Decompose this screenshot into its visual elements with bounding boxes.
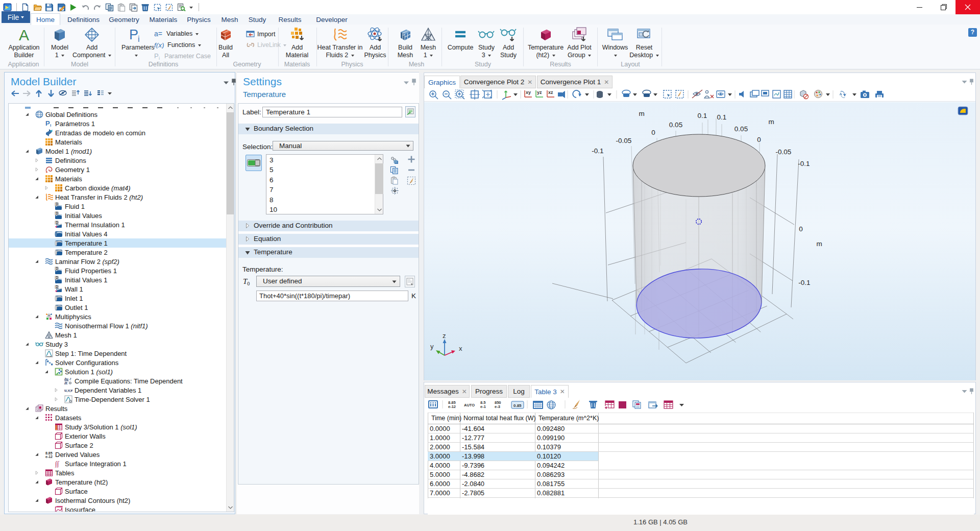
svg-text:xz: xz (548, 90, 553, 95)
svg-text:m: m (768, 118, 774, 126)
svg-text:x: x (459, 345, 462, 352)
svg-text:-0.05: -0.05 (616, 137, 632, 144)
svg-text:0.1: 0.1 (717, 113, 727, 121)
svg-text:0.85: 0.85 (513, 403, 522, 408)
svg-text:i: i (159, 56, 160, 60)
svg-text:m: m (639, 110, 644, 117)
svg-text:P: P (154, 53, 159, 60)
svg-text:0: 0 (757, 136, 761, 143)
svg-text:e-1: e-1 (480, 404, 486, 409)
svg-text:e-3: e-3 (495, 404, 500, 409)
svg-text:A: A (19, 27, 29, 43)
svg-text:y: y (430, 343, 434, 350)
svg-text:0: 0 (799, 225, 803, 233)
svg-text:-0.1: -0.1 (798, 279, 810, 286)
svg-text:f(x): f(x) (154, 41, 164, 49)
svg-text:-0.1: -0.1 (798, 160, 810, 167)
svg-text:yz: yz (537, 90, 542, 95)
svg-text:m: m (816, 240, 822, 248)
svg-text:0: 0 (651, 129, 655, 136)
svg-text:e-12: e-12 (448, 404, 456, 409)
svg-text:P: P (129, 27, 138, 42)
svg-text:0.1: 0.1 (698, 112, 707, 119)
svg-text:z: z (443, 332, 446, 340)
svg-text:a=: a= (154, 30, 162, 37)
svg-text:AUTO: AUTO (464, 403, 475, 407)
svg-text:i: i (138, 35, 140, 43)
svg-text:0.05: 0.05 (734, 125, 748, 133)
svg-text:-0.05: -0.05 (776, 148, 792, 156)
svg-text:xy: xy (526, 90, 531, 95)
svg-text:0.05: 0.05 (669, 121, 682, 129)
svg-text:-0.1: -0.1 (592, 147, 603, 155)
